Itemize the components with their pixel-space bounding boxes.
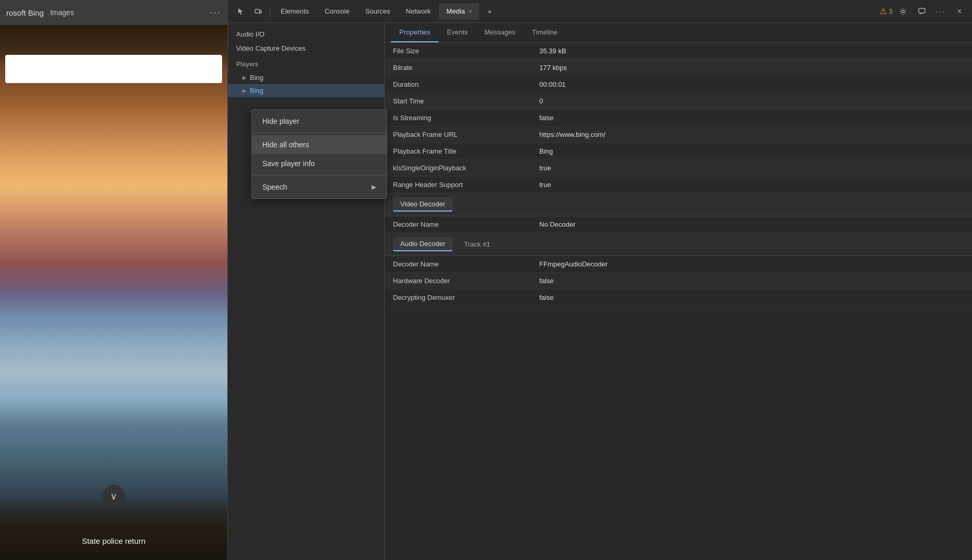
cursor-tool-icon[interactable] [232,3,249,20]
player-arrow-icon-2: ▶ [242,88,247,94]
feedback-icon[interactable] [913,3,930,20]
sidebar-player-1[interactable]: ▶ Bing [228,71,384,84]
browser-nav-dots: ··· [210,7,221,18]
prop-range-header: Range Header Support true [385,177,972,193]
svg-rect-0 [255,9,260,13]
prop-playback-frame-url: Playback Frame URL https://www.bing.com/ [385,126,972,143]
context-menu-hide-all-others[interactable]: Hide all others [252,135,387,154]
tab-sources[interactable]: Sources [358,3,398,20]
video-decoder-tab[interactable]: Video Decoder [393,197,453,212]
chevron-down-icon: ∨ [110,491,117,502]
context-menu-save-player-info[interactable]: Save player info [252,154,387,173]
tab-elements[interactable]: Elements [273,3,316,20]
close-devtools-button[interactable]: × [951,3,968,20]
context-menu: Hide player Hide all others Save player … [251,109,387,199]
svg-point-2 [902,10,905,13]
devtools-toolbar: Elements Console Sources Network Media ×… [228,0,972,23]
browser-search-box[interactable] [5,55,222,83]
svg-rect-1 [260,10,261,13]
subtab-properties[interactable]: Properties [391,23,438,42]
sidebar-player-2[interactable]: ▶ Bing [228,84,384,97]
subtab-messages[interactable]: Messages [476,23,524,42]
background-image [0,25,227,560]
more-options-icon[interactable]: ··· [932,3,949,20]
context-menu-speech[interactable]: Speech ▶ [252,178,387,196]
prop-hardware-decoder: Hardware Decoder false [385,273,972,289]
devtools-subtabs: Properties Events Messages Timeline [385,23,972,43]
tab-media[interactable]: Media × [439,3,479,20]
track-1-tab[interactable]: Track #1 [457,238,497,251]
sidebar-players-label: Players [228,57,384,71]
prop-file-size: File Size 35.39 kB [385,43,972,60]
audio-decoder-section-header: Audio Decoder Track #1 [385,233,972,256]
warning-badge[interactable]: ⚠ 3 [880,6,893,16]
device-toggle-icon[interactable] [250,3,267,20]
svg-rect-3 [919,8,925,13]
prop-single-origin: kIsSingleOriginPlayback true [385,160,972,177]
context-menu-hide-player[interactable]: Hide player [252,112,387,131]
browser-images-label: Images [50,8,74,17]
prop-decrypting-demuxer: Decrypting Demuxer false [385,289,972,306]
tab-more[interactable]: » [480,3,499,20]
prop-video-decoder-name: Decoder Name No Decoder [385,216,972,233]
tab-media-close-icon[interactable]: × [468,7,472,15]
subtab-timeline[interactable]: Timeline [524,23,566,42]
devtools-right-icons: ⚠ 3 ··· × [880,3,968,20]
warning-triangle-icon: ⚠ [880,6,887,16]
browser-title: rosoft Bing [6,8,44,17]
devtools-sidebar: Audio I/O Video Capture Devices Players … [228,23,385,560]
subtab-events[interactable]: Events [438,23,476,42]
scroll-down-button[interactable]: ∨ [102,485,125,508]
devtools-main-panel: Properties Events Messages Timeline File… [385,23,972,560]
devtools-panel: Elements Console Sources Network Media ×… [227,0,972,560]
player-arrow-icon: ▶ [242,75,247,80]
settings-icon[interactable] [895,3,911,20]
context-menu-separator-2 [252,175,387,176]
context-menu-separator-1 [252,133,387,133]
tab-console[interactable]: Console [317,3,357,20]
sidebar-item-video-capture[interactable]: Video Capture Devices [228,41,384,55]
page-subtitle: State police return [82,536,146,545]
properties-panel: File Size 35.39 kB Bitrate 177 kbps Dura… [385,43,972,560]
toolbar-divider [270,6,270,17]
prop-bitrate: Bitrate 177 kbps [385,60,972,76]
prop-playback-frame-title: Playback Frame Title Bing [385,143,972,160]
prop-is-streaming: Is Streaming false [385,110,972,126]
sidebar-item-audio-io[interactable]: Audio I/O [228,27,384,41]
prop-audio-decoder-name: Decoder Name FFmpegAudioDecoder [385,256,972,273]
browser-area: rosoft Bing Images ··· ∨ State police re… [0,0,227,560]
video-decoder-section-header: Video Decoder [385,193,972,216]
devtools-body: Audio I/O Video Capture Devices Players … [228,23,972,560]
audio-decoder-tab[interactable]: Audio Decoder [393,237,453,251]
submenu-arrow-icon: ▶ [372,183,376,191]
tab-network[interactable]: Network [399,3,438,20]
prop-duration: Duration 00:00:01 [385,76,972,93]
prop-start-time: Start Time 0 [385,93,972,110]
browser-top-bar: rosoft Bing Images ··· [0,0,227,25]
